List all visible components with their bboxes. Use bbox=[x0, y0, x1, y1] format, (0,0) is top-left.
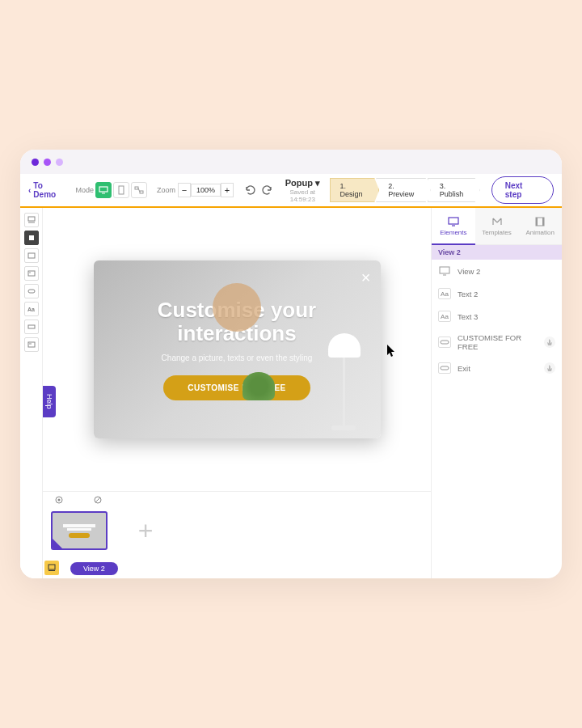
svg-line-5 bbox=[138, 188, 140, 193]
add-view-button[interactable]: + bbox=[117, 511, 174, 550]
interaction-icon[interactable] bbox=[544, 362, 555, 374]
layer-label: Text 2 bbox=[458, 290, 555, 298]
layer-label: Exit bbox=[458, 364, 538, 373]
tab-label: Templates bbox=[482, 229, 511, 236]
svg-rect-29 bbox=[441, 341, 449, 344]
window-dot[interactable] bbox=[44, 159, 51, 166]
master-icon bbox=[48, 564, 56, 572]
tab-animation[interactable]: Animation bbox=[518, 208, 562, 245]
zoom-out-button[interactable]: − bbox=[178, 183, 191, 197]
text-icon: Aa bbox=[438, 311, 451, 322]
svg-rect-9 bbox=[28, 253, 35, 258]
layer-item-text[interactable]: Aa Text 3 bbox=[432, 305, 562, 328]
layer-label: View 2 bbox=[458, 267, 555, 276]
mode-flow-button[interactable] bbox=[131, 182, 147, 198]
popup-subtitle[interactable]: Change a picture, texts or even the styl… bbox=[162, 353, 313, 362]
code-icon bbox=[27, 341, 36, 348]
back-label: To Demo bbox=[33, 181, 65, 199]
svg-rect-26 bbox=[542, 218, 544, 226]
clock-decoration bbox=[213, 283, 261, 332]
elements-icon bbox=[447, 216, 460, 227]
lamp-decoration bbox=[324, 325, 365, 438]
templates-icon bbox=[491, 216, 504, 227]
redo-icon[interactable] bbox=[261, 184, 272, 196]
zoom-value: 100% bbox=[191, 184, 221, 197]
view-thumbnail[interactable] bbox=[51, 511, 108, 550]
svg-rect-22 bbox=[449, 218, 458, 224]
window-dot[interactable] bbox=[56, 159, 63, 166]
layer-label: Text 3 bbox=[458, 312, 555, 321]
zoom-in-button[interactable]: + bbox=[221, 183, 234, 197]
canvas-area: Help × Customise yourinteractions Change… bbox=[43, 208, 431, 578]
rail-shape-button[interactable] bbox=[24, 231, 39, 245]
close-icon[interactable]: × bbox=[361, 269, 371, 287]
svg-rect-6 bbox=[28, 217, 35, 221]
rail-container-button[interactable] bbox=[24, 248, 39, 263]
interaction-icon[interactable] bbox=[544, 336, 555, 348]
rail-image-button[interactable] bbox=[24, 266, 39, 281]
plant-decoration bbox=[242, 372, 275, 413]
svg-rect-8 bbox=[29, 235, 34, 240]
app-toolbar: ‹ To Demo Mode Zoom − 100% + Popup bbox=[20, 174, 562, 208]
layer-item-button[interactable]: Exit bbox=[432, 357, 562, 379]
gear-icon[interactable] bbox=[54, 495, 64, 505]
master-view-button[interactable] bbox=[44, 561, 59, 575]
rail-button-element[interactable] bbox=[24, 284, 39, 298]
plus-icon: + bbox=[138, 516, 154, 546]
step-design[interactable]: 1. Design bbox=[330, 178, 380, 202]
cursor-icon bbox=[386, 344, 398, 361]
tab-elements[interactable]: Elements bbox=[432, 208, 475, 245]
svg-rect-27 bbox=[440, 267, 449, 273]
mode-mobile-button[interactable] bbox=[113, 182, 129, 198]
layer-label: CUSTOMISE FOR FREE bbox=[458, 333, 538, 351]
views-strip: + View 2 bbox=[43, 491, 431, 578]
next-step-button[interactable]: Next step bbox=[491, 176, 554, 204]
layer-item-text[interactable]: Aa Text 2 bbox=[432, 282, 562, 305]
main-area: Aa Help × Customise yourinteractions Cha… bbox=[20, 208, 562, 578]
svg-rect-12 bbox=[28, 290, 35, 293]
mode-desktop-button[interactable] bbox=[95, 182, 112, 198]
panel-tabs: Elements Templates Animation bbox=[432, 208, 562, 245]
layer-item-view[interactable]: View 2 bbox=[432, 260, 562, 282]
step-preview[interactable]: 2. Preview bbox=[376, 178, 430, 202]
layers-icon bbox=[27, 216, 36, 224]
animation-icon bbox=[534, 216, 546, 227]
layer-item-button[interactable]: CUSTOMISE FOR FREE bbox=[432, 328, 562, 357]
svg-rect-2 bbox=[119, 186, 124, 194]
button-icon bbox=[438, 336, 451, 348]
window-dot[interactable] bbox=[32, 159, 39, 166]
tool-rail: Aa bbox=[20, 208, 43, 578]
svg-rect-13 bbox=[28, 325, 35, 328]
svg-rect-20 bbox=[48, 565, 55, 569]
right-panel: Elements Templates Animation View 2 View… bbox=[431, 208, 562, 578]
tab-templates[interactable]: Templates bbox=[475, 208, 519, 245]
undo-icon[interactable] bbox=[245, 184, 256, 196]
step-publish[interactable]: 3. Publish bbox=[428, 178, 480, 202]
chevron-left-icon: ‹ bbox=[28, 186, 31, 195]
text-icon: Aa bbox=[438, 288, 451, 299]
tab-label: Animation bbox=[525, 229, 555, 236]
panel-view-header: View 2 bbox=[432, 245, 562, 260]
format-label: Popup bbox=[285, 178, 313, 188]
browser-header bbox=[20, 150, 562, 174]
zoom-label: Zoom bbox=[157, 186, 175, 194]
svg-rect-4 bbox=[140, 191, 143, 193]
svg-rect-30 bbox=[441, 366, 449, 370]
zoom-control: Zoom − 100% + bbox=[157, 183, 234, 197]
rail-layers-button[interactable] bbox=[24, 213, 39, 227]
layer-list: View 2 Aa Text 2 Aa Text 3 CUSTOMISE FOR… bbox=[432, 260, 562, 379]
rail-input-button[interactable] bbox=[24, 320, 39, 334]
rail-code-button[interactable] bbox=[24, 337, 39, 352]
rail-text-button[interactable]: Aa bbox=[24, 302, 39, 316]
view-chip[interactable]: View 2 bbox=[70, 562, 118, 575]
popup-preview[interactable]: × Customise yourinteractions Change a pi… bbox=[94, 260, 381, 438]
button-icon bbox=[438, 362, 451, 374]
disable-icon[interactable] bbox=[93, 495, 103, 505]
back-button[interactable]: ‹ To Demo bbox=[28, 181, 66, 199]
svg-rect-3 bbox=[135, 187, 138, 189]
history-controls bbox=[245, 184, 272, 196]
canvas[interactable]: × Customise yourinteractions Change a pi… bbox=[43, 208, 431, 491]
container-icon bbox=[27, 252, 36, 259]
format-dropdown[interactable]: Popup ▾ Saved at 14:59:23 bbox=[277, 178, 327, 203]
popup-cta-button[interactable]: CUSTOMISE FOR FREE bbox=[163, 375, 310, 400]
